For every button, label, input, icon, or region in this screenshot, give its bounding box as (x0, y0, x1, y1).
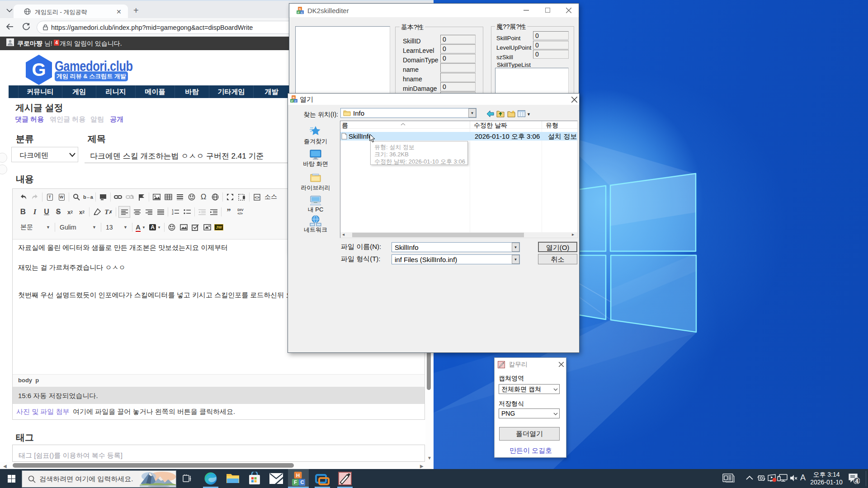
svg-text:<>: <> (255, 195, 259, 200)
svg-text:C: C (295, 100, 297, 103)
svg-text:H: H (296, 473, 300, 478)
svg-text:G: G (32, 60, 46, 80)
svg-text:N: N (299, 8, 301, 10)
svg-text:C: C (300, 479, 304, 485)
svg-text:F: F (297, 11, 299, 14)
svg-text:F: F (294, 479, 297, 485)
svg-text:N: N (292, 96, 294, 99)
svg-text:C: C (301, 11, 303, 14)
svg-text:2: 2 (172, 212, 174, 215)
svg-text:F: F (291, 100, 293, 103)
svg-text:1: 1 (172, 209, 174, 212)
svg-text:4: 4 (855, 478, 859, 484)
